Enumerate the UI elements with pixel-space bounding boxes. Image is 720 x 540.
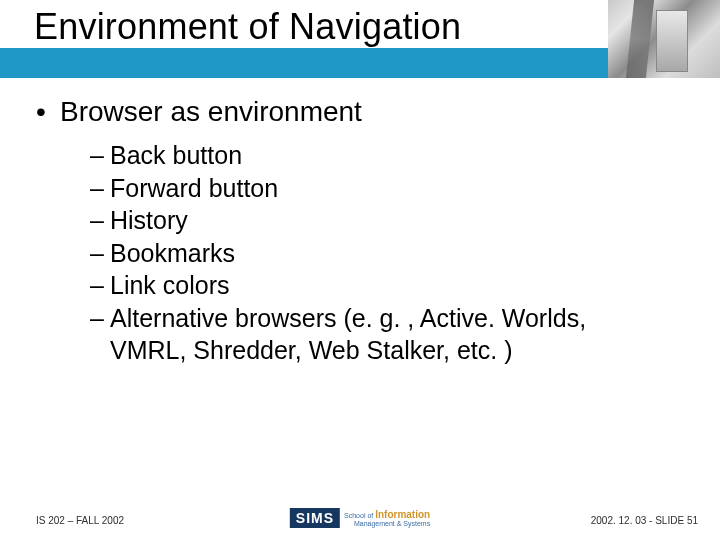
footer-right: 2002. 12. 03 - SLIDE 51 — [591, 515, 698, 526]
sub-list: –Back button –Forward button –History –B… — [90, 140, 680, 333]
sub-item: –Forward button — [90, 173, 680, 204]
sub-item-text: Link colors — [110, 271, 230, 299]
dash-icon: – — [90, 238, 110, 269]
sub-item: –Bookmarks — [90, 238, 680, 269]
sub-item: –History — [90, 205, 680, 236]
logo-box: SIMS — [290, 508, 340, 528]
dash-icon: – — [90, 140, 110, 171]
logo-info: Information — [375, 509, 430, 520]
footer-logo: SIMS School of Information Management & … — [290, 508, 430, 528]
dash-icon: – — [90, 205, 110, 236]
slide-body: •Browser as environment –Back button –Fo… — [36, 96, 680, 366]
bullet-text: Browser as environment — [60, 96, 362, 127]
dash-icon: – — [90, 270, 110, 301]
sub-item-text: Forward button — [110, 174, 278, 202]
sub-item-continuation: VMRL, Shredder, Web Stalker, etc. ) — [110, 335, 680, 366]
footer: IS 202 – FALL 2002 SIMS School of Inform… — [0, 504, 720, 526]
bullet-dot: • — [36, 96, 60, 128]
sub-item-text: Alternative browsers (e. g. , Active. Wo… — [110, 304, 586, 332]
dash-icon: – — [90, 173, 110, 204]
sub-item: –Back button — [90, 140, 680, 171]
sub-item-text: History — [110, 206, 188, 234]
dash-icon: – — [90, 303, 110, 334]
slide-title: Environment of Navigation — [34, 6, 461, 48]
slide: Environment of Navigation •Browser as en… — [0, 0, 720, 540]
logo-bottom: Management & Systems — [354, 520, 430, 527]
sub-item: –Link colors — [90, 270, 680, 301]
bullet-level1: •Browser as environment — [36, 96, 680, 128]
sub-item: –Alternative browsers (e. g. , Active. W… — [90, 303, 680, 334]
corner-decor-image — [608, 0, 720, 78]
sub-item-text: Back button — [110, 141, 242, 169]
sub-item-text: Bookmarks — [110, 239, 235, 267]
logo-top: School of Information — [344, 510, 430, 520]
logo-text: School of Information Management & Syste… — [344, 510, 430, 527]
footer-left: IS 202 – FALL 2002 — [36, 515, 124, 526]
